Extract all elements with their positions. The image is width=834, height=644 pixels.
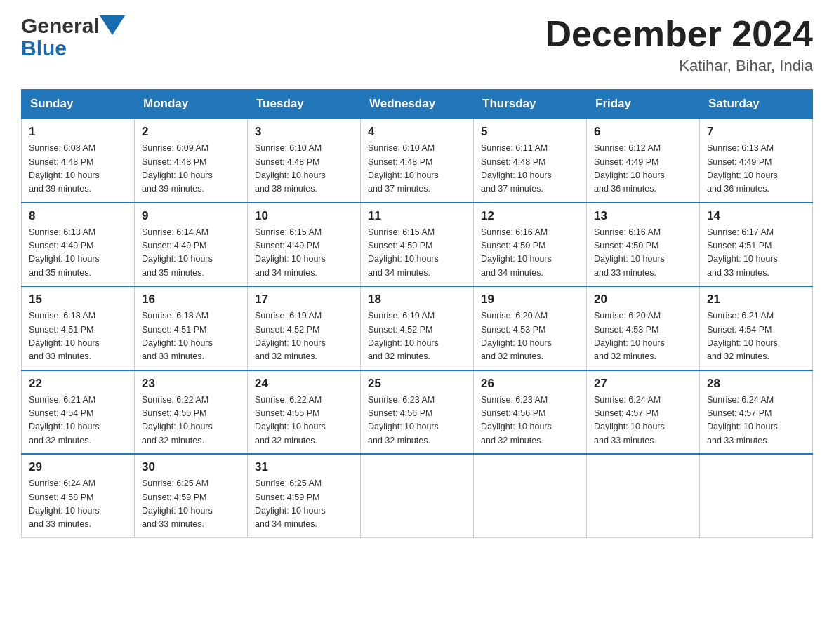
day-info: Sunrise: 6:23 AMSunset: 4:56 PMDaylight:… (481, 394, 579, 448)
day-number: 14 (707, 209, 805, 223)
day-number: 6 (594, 125, 692, 139)
logo-arrow-icon (100, 15, 125, 38)
day-number: 11 (368, 209, 466, 223)
calendar-cell: 19 Sunrise: 6:20 AMSunset: 4:53 PMDaylig… (474, 286, 587, 370)
day-info: Sunrise: 6:15 AMSunset: 4:49 PMDaylight:… (255, 226, 353, 281)
month-title: December 2024 (545, 14, 813, 54)
calendar-cell: 26 Sunrise: 6:23 AMSunset: 4:56 PMDaylig… (474, 370, 587, 455)
calendar-cell: 24 Sunrise: 6:22 AMSunset: 4:55 PMDaylig… (248, 370, 361, 455)
calendar-cell: 20 Sunrise: 6:20 AMSunset: 4:53 PMDaylig… (587, 286, 700, 370)
calendar-cell: 18 Sunrise: 6:19 AMSunset: 4:52 PMDaylig… (361, 286, 474, 370)
day-number: 29 (29, 460, 127, 474)
day-number: 1 (29, 125, 127, 139)
calendar-cell: 21 Sunrise: 6:21 AMSunset: 4:54 PMDaylig… (700, 286, 813, 370)
day-number: 18 (368, 293, 466, 307)
day-info: Sunrise: 6:10 AMSunset: 4:48 PMDaylight:… (255, 142, 353, 196)
location-subtitle: Katihar, Bihar, India (545, 57, 813, 75)
day-info: Sunrise: 6:16 AMSunset: 4:50 PMDaylight:… (481, 226, 579, 281)
day-number: 17 (255, 293, 353, 307)
day-number: 8 (29, 209, 127, 223)
calendar-week-row: 1 Sunrise: 6:08 AMSunset: 4:48 PMDayligh… (22, 119, 813, 203)
calendar-cell: 23 Sunrise: 6:22 AMSunset: 4:55 PMDaylig… (135, 370, 248, 455)
calendar-week-row: 15 Sunrise: 6:18 AMSunset: 4:51 PMDaylig… (22, 286, 813, 370)
day-info: Sunrise: 6:13 AMSunset: 4:49 PMDaylight:… (29, 226, 127, 281)
calendar-cell: 2 Sunrise: 6:09 AMSunset: 4:48 PMDayligh… (135, 119, 248, 203)
title-section: December 2024 Katihar, Bihar, India (545, 14, 813, 75)
day-info: Sunrise: 6:23 AMSunset: 4:56 PMDaylight:… (368, 394, 466, 448)
calendar-cell: 9 Sunrise: 6:14 AMSunset: 4:49 PMDayligh… (135, 203, 248, 287)
day-info: Sunrise: 6:24 AMSunset: 4:57 PMDaylight:… (594, 394, 692, 448)
day-number: 4 (368, 125, 466, 139)
day-info: Sunrise: 6:15 AMSunset: 4:50 PMDaylight:… (368, 226, 466, 281)
day-header-monday: Monday (135, 90, 248, 119)
calendar-cell (700, 454, 813, 537)
calendar-week-row: 8 Sunrise: 6:13 AMSunset: 4:49 PMDayligh… (22, 203, 813, 287)
day-number: 25 (368, 377, 466, 391)
day-number: 20 (594, 293, 692, 307)
calendar-cell (361, 454, 474, 537)
calendar-cell: 12 Sunrise: 6:16 AMSunset: 4:50 PMDaylig… (474, 203, 587, 287)
day-info: Sunrise: 6:19 AMSunset: 4:52 PMDaylight:… (255, 309, 353, 364)
day-info: Sunrise: 6:21 AMSunset: 4:54 PMDaylight:… (707, 309, 805, 364)
day-number: 24 (255, 377, 353, 391)
calendar-cell: 25 Sunrise: 6:23 AMSunset: 4:56 PMDaylig… (361, 370, 474, 455)
calendar-cell: 27 Sunrise: 6:24 AMSunset: 4:57 PMDaylig… (587, 370, 700, 455)
day-info: Sunrise: 6:19 AMSunset: 4:52 PMDaylight:… (368, 309, 466, 364)
day-number: 26 (481, 377, 579, 391)
calendar-table: SundayMondayTuesdayWednesdayThursdayFrid… (21, 89, 813, 538)
calendar-cell: 3 Sunrise: 6:10 AMSunset: 4:48 PMDayligh… (248, 119, 361, 203)
day-info: Sunrise: 6:20 AMSunset: 4:53 PMDaylight:… (594, 309, 692, 364)
day-number: 10 (255, 209, 353, 223)
day-info: Sunrise: 6:25 AMSunset: 4:59 PMDaylight:… (142, 477, 240, 532)
day-number: 19 (481, 293, 579, 307)
day-info: Sunrise: 6:22 AMSunset: 4:55 PMDaylight:… (142, 394, 240, 448)
calendar-cell: 22 Sunrise: 6:21 AMSunset: 4:54 PMDaylig… (22, 370, 135, 455)
day-number: 28 (707, 377, 805, 391)
calendar-cell: 13 Sunrise: 6:16 AMSunset: 4:50 PMDaylig… (587, 203, 700, 287)
logo: General Blue (21, 14, 125, 60)
svg-marker-0 (100, 15, 125, 35)
day-number: 16 (142, 293, 240, 307)
day-number: 30 (142, 460, 240, 474)
day-number: 15 (29, 293, 127, 307)
calendar-header-row: SundayMondayTuesdayWednesdayThursdayFrid… (22, 90, 813, 119)
day-number: 23 (142, 377, 240, 391)
logo-general: General (21, 14, 100, 38)
day-info: Sunrise: 6:12 AMSunset: 4:49 PMDaylight:… (594, 142, 692, 196)
day-header-tuesday: Tuesday (248, 90, 361, 119)
day-info: Sunrise: 6:09 AMSunset: 4:48 PMDaylight:… (142, 142, 240, 196)
day-number: 2 (142, 125, 240, 139)
day-number: 13 (594, 209, 692, 223)
day-info: Sunrise: 6:22 AMSunset: 4:55 PMDaylight:… (255, 394, 353, 448)
day-number: 9 (142, 209, 240, 223)
day-info: Sunrise: 6:24 AMSunset: 4:57 PMDaylight:… (707, 394, 805, 448)
day-info: Sunrise: 6:25 AMSunset: 4:59 PMDaylight:… (255, 477, 353, 532)
day-info: Sunrise: 6:10 AMSunset: 4:48 PMDaylight:… (368, 142, 466, 196)
day-info: Sunrise: 6:24 AMSunset: 4:58 PMDaylight:… (29, 477, 127, 532)
calendar-cell: 29 Sunrise: 6:24 AMSunset: 4:58 PMDaylig… (22, 454, 135, 537)
day-header-thursday: Thursday (474, 90, 587, 119)
day-header-wednesday: Wednesday (361, 90, 474, 119)
day-info: Sunrise: 6:18 AMSunset: 4:51 PMDaylight:… (29, 309, 127, 364)
calendar-cell: 7 Sunrise: 6:13 AMSunset: 4:49 PMDayligh… (700, 119, 813, 203)
calendar-cell: 10 Sunrise: 6:15 AMSunset: 4:49 PMDaylig… (248, 203, 361, 287)
calendar-cell: 16 Sunrise: 6:18 AMSunset: 4:51 PMDaylig… (135, 286, 248, 370)
day-number: 7 (707, 125, 805, 139)
day-info: Sunrise: 6:13 AMSunset: 4:49 PMDaylight:… (707, 142, 805, 196)
day-number: 31 (255, 460, 353, 474)
day-info: Sunrise: 6:18 AMSunset: 4:51 PMDaylight:… (142, 309, 240, 364)
calendar-week-row: 22 Sunrise: 6:21 AMSunset: 4:54 PMDaylig… (22, 370, 813, 455)
day-number: 12 (481, 209, 579, 223)
calendar-cell: 15 Sunrise: 6:18 AMSunset: 4:51 PMDaylig… (22, 286, 135, 370)
day-info: Sunrise: 6:21 AMSunset: 4:54 PMDaylight:… (29, 394, 127, 448)
day-header-sunday: Sunday (22, 90, 135, 119)
day-number: 27 (594, 377, 692, 391)
calendar-cell: 31 Sunrise: 6:25 AMSunset: 4:59 PMDaylig… (248, 454, 361, 537)
day-info: Sunrise: 6:16 AMSunset: 4:50 PMDaylight:… (594, 226, 692, 281)
page-header: General Blue December 2024 Katihar, Biha… (21, 14, 813, 75)
calendar-cell: 30 Sunrise: 6:25 AMSunset: 4:59 PMDaylig… (135, 454, 248, 537)
day-info: Sunrise: 6:08 AMSunset: 4:48 PMDaylight:… (29, 142, 127, 196)
day-info: Sunrise: 6:20 AMSunset: 4:53 PMDaylight:… (481, 309, 579, 364)
day-number: 3 (255, 125, 353, 139)
logo-blue: Blue (21, 36, 67, 60)
